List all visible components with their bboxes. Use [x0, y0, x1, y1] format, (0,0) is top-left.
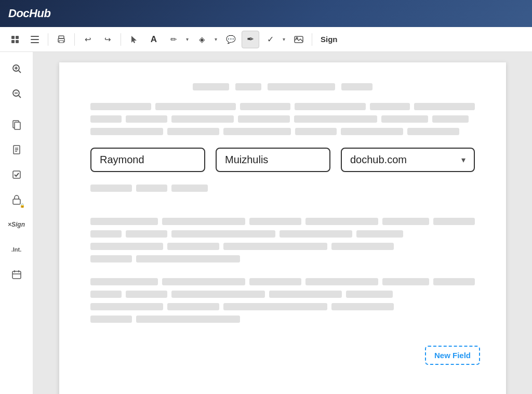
svg-line-18	[19, 96, 21, 98]
first-name-field[interactable]: Raymond	[90, 148, 205, 172]
svg-rect-6	[31, 42, 39, 43]
svg-marker-10	[131, 36, 137, 43]
last-name-field[interactable]: Muizhulis	[216, 148, 330, 172]
document-area: Raymond Muizhulis dochub.com ▾ New Field	[33, 52, 532, 394]
form-check-button[interactable]	[5, 163, 28, 186]
svg-rect-1	[16, 36, 19, 39]
after-form-section: New Field	[90, 185, 475, 192]
edit-icon[interactable]: ✒	[242, 31, 259, 48]
separator-3	[121, 33, 121, 46]
skeleton-row	[90, 291, 475, 298]
pencil-dropdown[interactable]: ▾	[183, 31, 191, 48]
skeleton-row	[90, 230, 475, 238]
logo-text: DocHub	[8, 7, 50, 20]
skeleton	[193, 83, 229, 90]
separator-1	[48, 33, 48, 46]
main-layout: 🔒 ×Sign .Int.	[0, 52, 532, 394]
domain-field[interactable]: dochub.com ▾	[341, 148, 475, 172]
skeleton-row	[90, 185, 475, 192]
menu-icon[interactable]	[26, 31, 44, 48]
comment-icon[interactable]: 💬	[222, 31, 240, 48]
skeleton	[341, 83, 373, 90]
svg-rect-3	[16, 40, 19, 43]
check-group: ✓ ▾	[261, 31, 288, 48]
skeleton-row	[90, 103, 475, 110]
text-icon[interactable]: A	[145, 31, 163, 48]
zoom-out-button[interactable]	[5, 82, 28, 105]
app-logo: DocHub	[8, 7, 50, 20]
separator-4	[312, 33, 312, 46]
pencil-icon[interactable]: ✏	[165, 31, 182, 48]
new-field-tooltip[interactable]: New Field	[425, 346, 480, 365]
svg-rect-26	[13, 171, 20, 178]
pencil-group: ✏ ▾	[165, 31, 191, 48]
svg-rect-9	[59, 41, 63, 43]
redo-icon[interactable]: ↪	[99, 31, 116, 48]
app-header: DocHub	[0, 0, 532, 27]
zoom-in-button[interactable]	[5, 57, 28, 80]
document-panel-button[interactable]	[5, 138, 28, 161]
skeleton-row	[90, 278, 475, 285]
svg-rect-5	[31, 39, 39, 40]
skeleton-row	[90, 303, 475, 310]
grid-icon[interactable]	[6, 31, 24, 48]
highlight-dropdown[interactable]: ▾	[211, 31, 220, 48]
svg-rect-27	[13, 199, 20, 204]
skeleton-row	[90, 218, 475, 225]
pages-panel-button[interactable]	[5, 113, 28, 136]
skeleton	[235, 83, 261, 90]
image-icon[interactable]	[290, 31, 308, 48]
highlight-group: ◈ ▾	[193, 31, 220, 48]
left-sidebar: 🔒 ×Sign .Int.	[0, 52, 33, 394]
form-fields-row: Raymond Muizhulis dochub.com ▾	[90, 148, 475, 172]
check-dropdown[interactable]: ▾	[280, 31, 288, 48]
date-field-button[interactable]	[5, 263, 28, 286]
svg-rect-2	[11, 40, 15, 43]
print-icon[interactable]	[52, 31, 70, 48]
svg-rect-21	[15, 122, 20, 129]
sign-button[interactable]: Sign	[316, 31, 342, 48]
toolbar: ↩ ↪ A ✏ ▾ ◈ ▾ 💬 ✒ ✓ ▾ Sign	[0, 27, 532, 52]
signature-field-button[interactable]: ×Sign	[5, 213, 28, 236]
highlight-icon[interactable]: ◈	[193, 31, 211, 48]
undo-icon[interactable]: ↩	[79, 31, 97, 48]
doc-header-skeleton	[90, 83, 475, 90]
check-icon[interactable]: ✓	[261, 31, 279, 48]
document-page: Raymond Muizhulis dochub.com ▾ New Field	[59, 62, 506, 394]
skeleton-row	[90, 243, 475, 250]
svg-rect-28	[12, 271, 21, 279]
chevron-down-icon: ▾	[461, 155, 466, 165]
separator-2	[74, 33, 75, 46]
pointer-icon[interactable]	[125, 31, 143, 48]
skeleton-row	[90, 316, 475, 323]
skeleton	[268, 83, 335, 90]
skeleton-row	[90, 255, 475, 262]
skeleton-row	[90, 128, 475, 135]
skeleton-row	[90, 115, 475, 123]
lock-field-button[interactable]: 🔒	[5, 188, 28, 211]
svg-rect-4	[31, 36, 39, 37]
svg-rect-0	[11, 36, 15, 39]
svg-line-14	[19, 71, 21, 73]
initial-field-button[interactable]: .Int.	[5, 238, 28, 261]
